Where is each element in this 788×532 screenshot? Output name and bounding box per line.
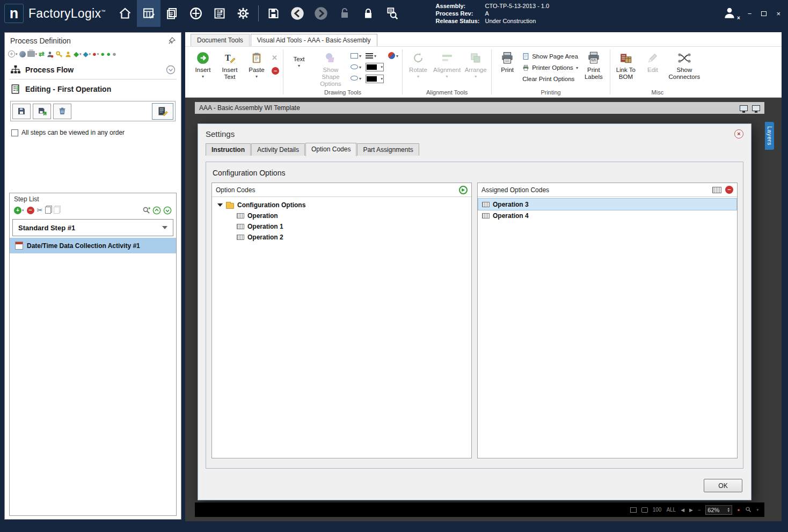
dialog-close-button[interactable]: ×: [734, 129, 743, 139]
flag-icon[interactable]: ●▾: [92, 49, 99, 59]
user-assign-icon[interactable]: [46, 49, 54, 59]
process-editor-button[interactable]: [137, 0, 160, 27]
fit-width-icon[interactable]: [641, 507, 648, 513]
copy-icon[interactable]: [45, 206, 51, 215]
key-icon[interactable]: [55, 49, 63, 59]
remove-step-button[interactable]: −: [27, 206, 34, 215]
record-icon[interactable]: ●: [112, 49, 116, 59]
ok-button[interactable]: OK: [704, 479, 742, 492]
show-shape-options-button[interactable]: Show Shape Options: [314, 49, 347, 88]
pin-icon[interactable]: [168, 37, 176, 45]
zoom-all-button[interactable]: ALL: [666, 507, 676, 513]
print-button[interactable]: Print: [495, 49, 519, 74]
zoom-reset-icon[interactable]: ●: [737, 507, 740, 513]
collapse-circle-icon[interactable]: [166, 65, 176, 75]
forward-button[interactable]: [309, 0, 333, 27]
tab-option-codes[interactable]: Option Codes: [305, 143, 356, 156]
zoom-level-spinner[interactable]: 62% ▲▼: [705, 505, 732, 515]
export-icon[interactable]: ◆▾: [74, 49, 82, 59]
arrange-button[interactable]: Arrange▾: [464, 49, 487, 79]
tab-visual-aid-tools[interactable]: Visual Aid Tools - AAA - Basic Assembly: [251, 34, 377, 46]
tree-item-operation[interactable]: Operation: [214, 210, 469, 221]
prev-page-icon[interactable]: ◀: [681, 507, 684, 513]
save-and-close-button[interactable]: [33, 104, 51, 119]
activity-item-selected[interactable]: Date/Time Data Collection Activity #1: [10, 238, 176, 253]
tree-expander-icon[interactable]: [217, 203, 223, 207]
alignment-button[interactable]: Alignment▾: [433, 49, 461, 79]
save-button[interactable]: [262, 0, 286, 27]
assigned-item-operation-3[interactable]: Operation 3: [478, 199, 736, 210]
close-window-button[interactable]: ×: [776, 10, 780, 18]
reports-button[interactable]: [208, 0, 231, 27]
remove-object-icon[interactable]: −: [272, 67, 279, 75]
remove-assigned-button[interactable]: −: [725, 186, 733, 194]
routing-icon[interactable]: ◆▾: [83, 49, 91, 59]
print-icon[interactable]: ▾: [27, 49, 38, 59]
text-button[interactable]: Text▾: [287, 49, 311, 68]
edit-button[interactable]: Edit: [641, 49, 665, 74]
templates-button[interactable]: [160, 0, 184, 27]
rotate-button[interactable]: Rotate▾: [406, 49, 430, 79]
attach-icon[interactable]: [19, 49, 26, 59]
line-style-button[interactable]: ▾: [366, 52, 384, 60]
back-button[interactable]: [286, 0, 309, 27]
insert-text-button[interactable]: T Insert Text: [218, 49, 242, 81]
add-step-button[interactable]: +▾: [14, 206, 24, 215]
paste-icon[interactable]: [54, 206, 60, 215]
move-up-icon[interactable]: [152, 206, 161, 215]
rectangle-shape-button[interactable]: ▾: [351, 52, 361, 60]
navigator-button[interactable]: [184, 0, 208, 27]
any-order-checkbox[interactable]: [11, 129, 18, 136]
transfer-icon[interactable]: ⇄: [39, 49, 45, 59]
print-labels-button[interactable]: Print Labels: [581, 49, 606, 81]
find-step-icon[interactable]: [142, 206, 150, 215]
preview-display-icon[interactable]: [740, 105, 748, 111]
ellipse-shape-button[interactable]: ▾: [351, 63, 361, 71]
secondary-display-icon[interactable]: [752, 105, 760, 111]
next-page-icon[interactable]: ▶: [689, 507, 693, 513]
tree-root-configuration-options[interactable]: Configuration Options: [214, 200, 469, 210]
move-down-icon[interactable]: [163, 206, 172, 215]
delete-step-button[interactable]: [53, 104, 71, 119]
link-to-bom-button[interactable]: Link To BOM: [614, 49, 638, 81]
audit-trail-button[interactable]: [380, 0, 404, 27]
ellipse-shape-button-2[interactable]: ▾: [351, 74, 361, 82]
zoom-spinner-arrows[interactable]: ▲▼: [727, 507, 730, 513]
logout-user-button[interactable]: ×: [722, 6, 738, 21]
tab-document-tools[interactable]: Document Tools: [191, 34, 250, 46]
insert-button[interactable]: Insert▾: [191, 49, 215, 79]
zoom-100-button[interactable]: 100: [653, 507, 662, 513]
tab-activity-details[interactable]: Activity Details: [251, 143, 305, 156]
process-flow-row[interactable]: Process Flow: [5, 62, 181, 78]
clear-print-options-button[interactable]: Clear Print Options: [522, 74, 578, 84]
edit-instruction-button[interactable]: [152, 103, 173, 120]
save-step-button[interactable]: [12, 104, 31, 119]
tree-item-operation-2[interactable]: Operation 2: [214, 232, 469, 243]
edit-assigned-icon[interactable]: [712, 187, 721, 193]
settings-gear-button[interactable]: [231, 0, 255, 27]
add-circle-icon[interactable]: +▾: [8, 49, 18, 59]
paste-button[interactable]: Paste▾: [245, 49, 268, 79]
minimize-button[interactable]: −: [748, 10, 752, 18]
complete-icon[interactable]: ●: [106, 49, 111, 59]
step-item-standard-step-1[interactable]: Standard Step #1: [12, 219, 173, 236]
start-icon[interactable]: ●: [100, 49, 105, 59]
tab-part-assignments[interactable]: Part Assignments: [357, 143, 419, 156]
unlock-button[interactable]: [333, 0, 356, 27]
assign-option-code-button[interactable]: ▶: [459, 186, 468, 194]
magnifier-icon[interactable]: [745, 506, 751, 514]
cut-icon[interactable]: ✂: [37, 206, 43, 215]
tree-item-operation-1[interactable]: Operation 1: [214, 221, 469, 232]
show-page-area-button[interactable]: Show Page Area: [522, 52, 578, 61]
lock-button[interactable]: [356, 0, 380, 27]
show-connectors-button[interactable]: Show Connectors: [668, 49, 701, 81]
zoom-in-icon[interactable]: +: [756, 507, 759, 513]
maximize-button[interactable]: [761, 11, 767, 16]
home-button[interactable]: [113, 0, 137, 27]
assigned-item-operation-4[interactable]: Operation 4: [478, 210, 736, 221]
fill-color-dropdown[interactable]: ▾: [366, 75, 384, 83]
cut-x-icon[interactable]: ✕: [272, 54, 279, 62]
layers-tab[interactable]: Layers: [765, 122, 774, 150]
printer-options-button[interactable]: Printer Options▾: [522, 63, 578, 72]
color-picker-button[interactable]: ▾: [388, 52, 398, 60]
